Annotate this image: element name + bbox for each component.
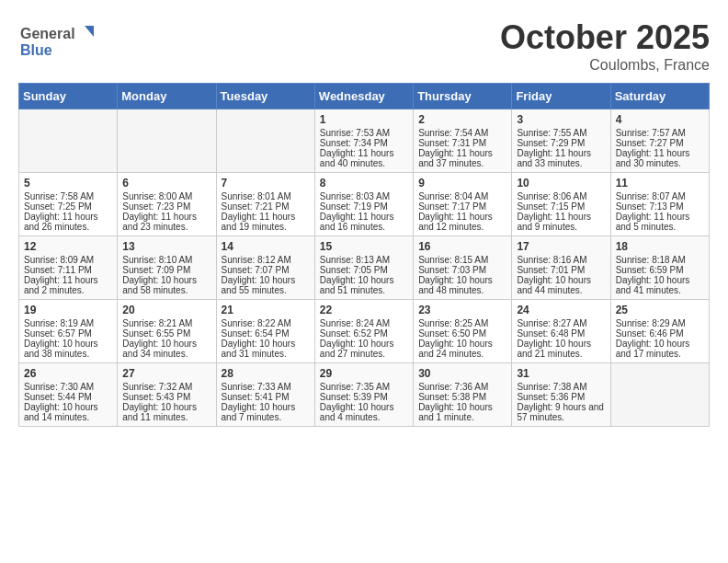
table-row: 10Sunrise: 8:06 AMSunset: 7:15 PMDayligh… bbox=[512, 173, 610, 236]
table-row: 8Sunrise: 8:03 AMSunset: 7:19 PMDaylight… bbox=[314, 173, 413, 236]
sunrise-text: Sunrise: 7:54 AM bbox=[418, 128, 506, 138]
daylight-text: Daylight: 10 hours and 11 minutes. bbox=[122, 402, 210, 422]
table-row: 16Sunrise: 8:15 AMSunset: 7:03 PMDayligh… bbox=[414, 236, 512, 300]
table-row: 3Sunrise: 7:55 AMSunset: 7:29 PMDaylight… bbox=[512, 109, 610, 173]
col-tuesday: Tuesday bbox=[216, 84, 314, 109]
sunset-text: Sunset: 6:48 PM bbox=[517, 328, 605, 339]
sunrise-text: Sunrise: 8:16 AM bbox=[517, 255, 605, 265]
sunrise-text: Sunrise: 7:32 AM bbox=[122, 382, 210, 392]
daylight-text: Daylight: 10 hours and 58 minutes. bbox=[122, 275, 210, 295]
sunset-text: Sunset: 5:43 PM bbox=[122, 392, 210, 402]
day-number: 11 bbox=[616, 177, 704, 190]
sunset-text: Sunset: 7:17 PM bbox=[418, 201, 506, 212]
col-friday: Friday bbox=[512, 84, 610, 109]
table-row: 28Sunrise: 7:33 AMSunset: 5:41 PMDayligh… bbox=[216, 363, 314, 427]
sunrise-text: Sunrise: 8:25 AM bbox=[418, 318, 506, 328]
sunset-text: Sunset: 7:03 PM bbox=[418, 265, 506, 275]
day-number: 7 bbox=[222, 177, 310, 190]
sunset-text: Sunset: 6:54 PM bbox=[222, 328, 310, 339]
daylight-text: Daylight: 11 hours and 5 minutes. bbox=[616, 212, 704, 232]
sunrise-text: Sunrise: 8:03 AM bbox=[320, 191, 408, 201]
table-row: 6Sunrise: 8:00 AMSunset: 7:23 PMDaylight… bbox=[118, 173, 216, 236]
sunrise-text: Sunrise: 7:30 AM bbox=[24, 382, 112, 392]
day-number: 19 bbox=[24, 304, 112, 316]
daylight-text: Daylight: 10 hours and 41 minutes. bbox=[616, 275, 704, 295]
sunrise-text: Sunrise: 8:06 AM bbox=[517, 191, 605, 201]
day-number: 8 bbox=[320, 177, 408, 190]
daylight-text: Daylight: 10 hours and 1 minute. bbox=[418, 402, 506, 422]
sunrise-text: Sunrise: 7:38 AM bbox=[517, 382, 605, 392]
sunrise-text: Sunrise: 8:01 AM bbox=[222, 191, 310, 201]
table-row: 24Sunrise: 8:27 AMSunset: 6:48 PMDayligh… bbox=[512, 300, 610, 363]
day-number: 29 bbox=[320, 367, 408, 380]
table-row: 20Sunrise: 8:21 AMSunset: 6:55 PMDayligh… bbox=[118, 300, 216, 363]
sunrise-text: Sunrise: 8:13 AM bbox=[320, 255, 408, 265]
daylight-text: Daylight: 11 hours and 9 minutes. bbox=[517, 212, 605, 232]
table-row: 17Sunrise: 8:16 AMSunset: 7:01 PMDayligh… bbox=[512, 236, 610, 300]
calendar-table: Sunday Monday Tuesday Wednesday Thursday… bbox=[18, 83, 710, 427]
sunrise-text: Sunrise: 8:22 AM bbox=[222, 318, 310, 328]
sunrise-text: Sunrise: 7:58 AM bbox=[24, 191, 112, 201]
table-row: 30Sunrise: 7:36 AMSunset: 5:38 PMDayligh… bbox=[414, 363, 512, 427]
daylight-text: Daylight: 10 hours and 24 minutes. bbox=[418, 339, 506, 359]
table-row: 11Sunrise: 8:07 AMSunset: 7:13 PMDayligh… bbox=[610, 173, 709, 236]
daylight-text: Daylight: 10 hours and 44 minutes. bbox=[517, 275, 605, 295]
sunset-text: Sunset: 7:11 PM bbox=[24, 265, 112, 275]
daylight-text: Daylight: 10 hours and 55 minutes. bbox=[222, 275, 310, 295]
daylight-text: Daylight: 10 hours and 48 minutes. bbox=[418, 275, 506, 295]
sunrise-text: Sunrise: 8:27 AM bbox=[517, 318, 605, 328]
sunset-text: Sunset: 7:07 PM bbox=[222, 265, 310, 275]
sunset-text: Sunset: 7:15 PM bbox=[517, 201, 605, 212]
daylight-text: Daylight: 10 hours and 34 minutes. bbox=[122, 339, 210, 359]
table-row: 29Sunrise: 7:35 AMSunset: 5:39 PMDayligh… bbox=[314, 363, 413, 427]
sunset-text: Sunset: 7:13 PM bbox=[616, 201, 704, 212]
sunrise-text: Sunrise: 8:09 AM bbox=[24, 255, 112, 265]
location: Coulombs, France bbox=[500, 57, 710, 74]
sunrise-text: Sunrise: 7:55 AM bbox=[517, 128, 605, 138]
table-row: 26Sunrise: 7:30 AMSunset: 5:44 PMDayligh… bbox=[19, 363, 118, 427]
calendar-header-row: Sunday Monday Tuesday Wednesday Thursday… bbox=[19, 84, 710, 109]
sunrise-text: Sunrise: 7:35 AM bbox=[320, 382, 408, 392]
table-row: 18Sunrise: 8:18 AMSunset: 6:59 PMDayligh… bbox=[610, 236, 709, 300]
sunrise-text: Sunrise: 7:33 AM bbox=[222, 382, 310, 392]
day-number: 4 bbox=[616, 113, 704, 126]
daylight-text: Daylight: 10 hours and 38 minutes. bbox=[24, 339, 112, 359]
day-number: 20 bbox=[122, 304, 210, 316]
daylight-text: Daylight: 10 hours and 31 minutes. bbox=[222, 339, 310, 359]
sunrise-text: Sunrise: 8:19 AM bbox=[24, 318, 112, 328]
sunrise-text: Sunrise: 8:10 AM bbox=[122, 255, 210, 265]
calendar-week-row: 5Sunrise: 7:58 AMSunset: 7:25 PMDaylight… bbox=[19, 173, 710, 236]
daylight-text: Daylight: 11 hours and 2 minutes. bbox=[24, 275, 112, 295]
daylight-text: Daylight: 10 hours and 7 minutes. bbox=[222, 402, 310, 422]
sunset-text: Sunset: 7:25 PM bbox=[24, 201, 112, 212]
sunrise-text: Sunrise: 8:24 AM bbox=[320, 318, 408, 328]
day-number: 10 bbox=[517, 177, 605, 190]
sunrise-text: Sunrise: 7:53 AM bbox=[320, 128, 408, 138]
day-number: 28 bbox=[222, 367, 310, 380]
day-number: 15 bbox=[320, 240, 408, 253]
table-row: 19Sunrise: 8:19 AMSunset: 6:57 PMDayligh… bbox=[19, 300, 118, 363]
logo: General Blue bbox=[18, 18, 101, 65]
sunset-text: Sunset: 6:52 PM bbox=[320, 328, 408, 339]
sunset-text: Sunset: 7:19 PM bbox=[320, 201, 408, 212]
day-number: 25 bbox=[616, 304, 704, 316]
sunrise-text: Sunrise: 8:12 AM bbox=[222, 255, 310, 265]
daylight-text: Daylight: 10 hours and 17 minutes. bbox=[616, 339, 704, 359]
daylight-text: Daylight: 11 hours and 12 minutes. bbox=[418, 212, 506, 232]
table-row: 1Sunrise: 7:53 AMSunset: 7:34 PMDaylight… bbox=[314, 109, 413, 173]
day-number: 3 bbox=[517, 113, 605, 126]
sunrise-text: Sunrise: 8:18 AM bbox=[616, 255, 704, 265]
daylight-text: Daylight: 10 hours and 27 minutes. bbox=[320, 339, 408, 359]
daylight-text: Daylight: 11 hours and 40 minutes. bbox=[320, 148, 408, 168]
table-row: 12Sunrise: 8:09 AMSunset: 7:11 PMDayligh… bbox=[19, 236, 118, 300]
calendar-week-row: 12Sunrise: 8:09 AMSunset: 7:11 PMDayligh… bbox=[19, 236, 710, 300]
calendar-week-row: 19Sunrise: 8:19 AMSunset: 6:57 PMDayligh… bbox=[19, 300, 710, 363]
table-row: 4Sunrise: 7:57 AMSunset: 7:27 PMDaylight… bbox=[610, 109, 709, 173]
day-number: 27 bbox=[122, 367, 210, 380]
table-row bbox=[216, 109, 314, 173]
sunset-text: Sunset: 7:27 PM bbox=[616, 138, 704, 148]
sunset-text: Sunset: 7:23 PM bbox=[122, 201, 210, 212]
sunset-text: Sunset: 5:41 PM bbox=[222, 392, 310, 402]
table-row bbox=[610, 363, 709, 427]
day-number: 6 bbox=[122, 177, 210, 190]
